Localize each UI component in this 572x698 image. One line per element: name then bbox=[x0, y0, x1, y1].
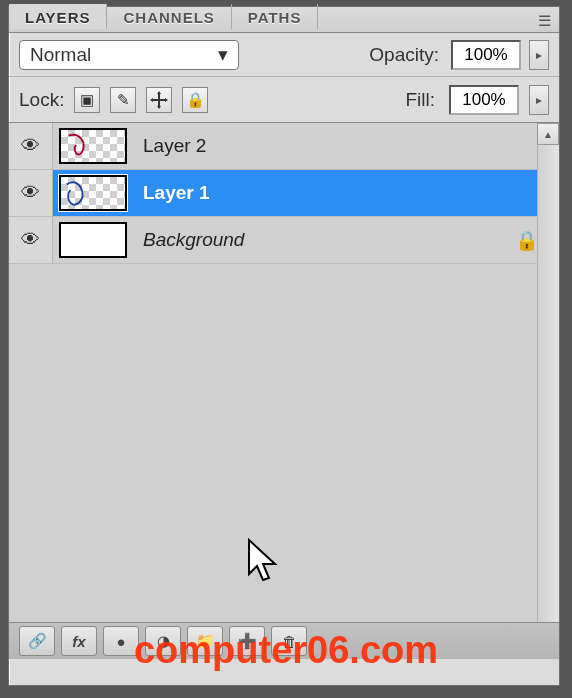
fill-input[interactable]: 100% bbox=[449, 85, 519, 115]
tab-paths[interactable]: PATHS bbox=[232, 4, 319, 29]
opacity-label: Opacity: bbox=[369, 44, 439, 66]
layer-row-background[interactable]: 👁 Background 🔒 bbox=[9, 217, 559, 263]
opacity-slider-button[interactable]: ▸ bbox=[529, 40, 549, 70]
layer-thumbnail[interactable] bbox=[53, 217, 133, 263]
eye-icon: 👁 bbox=[21, 135, 40, 157]
blend-mode-value: Normal bbox=[30, 44, 91, 66]
layer-name[interactable]: Layer 1 bbox=[133, 182, 559, 204]
panel-tabs: LAYERS CHANNELS PATHS ☰ bbox=[9, 7, 559, 33]
fill-slider-button[interactable]: ▸ bbox=[529, 85, 549, 115]
tab-channels[interactable]: CHANNELS bbox=[107, 4, 231, 29]
fill-label: Fill: bbox=[405, 89, 435, 111]
move-icon bbox=[149, 90, 169, 110]
blend-opacity-row: Normal ▾ Opacity: 100% ▸ bbox=[9, 33, 559, 77]
visibility-toggle[interactable]: 👁 bbox=[9, 217, 53, 263]
scribble-icon bbox=[61, 177, 125, 211]
layer-name[interactable]: Background bbox=[133, 229, 515, 251]
watermark-text: computer06.com bbox=[0, 629, 572, 672]
lock-icon: 🔒 bbox=[515, 229, 539, 252]
opacity-input[interactable]: 100% bbox=[451, 40, 521, 70]
tab-layers[interactable]: LAYERS bbox=[9, 4, 107, 29]
eye-icon: 👁 bbox=[21, 182, 40, 204]
panel-menu-icon[interactable]: ☰ bbox=[530, 7, 559, 32]
layers-list: 👁 Layer 2 👁 bbox=[9, 123, 559, 623]
scribble-icon bbox=[61, 130, 125, 164]
visibility-toggle[interactable]: 👁 bbox=[9, 123, 53, 169]
visibility-toggle[interactable]: 👁 bbox=[9, 170, 53, 216]
layer-row-layer2[interactable]: 👁 Layer 2 bbox=[9, 123, 559, 169]
lock-label: Lock: bbox=[19, 89, 64, 111]
cursor-icon bbox=[245, 538, 285, 586]
layer-thumbnail[interactable] bbox=[53, 123, 133, 169]
layer-name[interactable]: Layer 2 bbox=[133, 135, 559, 157]
layer-thumbnail[interactable] bbox=[53, 170, 133, 216]
scroll-up-button[interactable]: ▲ bbox=[537, 123, 559, 145]
lock-all-button[interactable]: 🔒 bbox=[182, 87, 208, 113]
layers-panel: LAYERS CHANNELS PATHS ☰ Normal ▾ Opacity… bbox=[8, 6, 560, 686]
lock-position-button[interactable] bbox=[146, 87, 172, 113]
scrollbar-track[interactable] bbox=[537, 123, 559, 622]
layer-row-layer1[interactable]: 👁 Layer 1 bbox=[9, 170, 559, 216]
eye-icon: 👁 bbox=[21, 229, 40, 251]
lock-pixels-button[interactable]: ✎ bbox=[110, 87, 136, 113]
chevron-down-icon: ▾ bbox=[218, 43, 228, 66]
blend-mode-dropdown[interactable]: Normal ▾ bbox=[19, 40, 239, 70]
lock-fill-row: Lock: ▣ ✎ 🔒 Fill: 100% ▸ bbox=[9, 77, 559, 123]
lock-transparency-button[interactable]: ▣ bbox=[74, 87, 100, 113]
